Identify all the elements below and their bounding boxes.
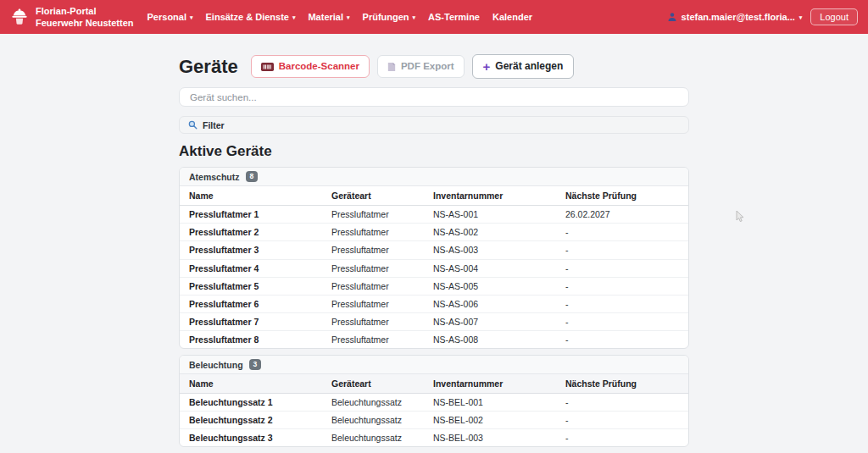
table-row[interactable]: Pressluftatmer 8PressluftatmerNS-AS-008- (180, 330, 688, 348)
cell-name: Beleuchtungssatz 2 (180, 412, 322, 429)
cell-name: Pressluftatmer 1 (180, 206, 322, 224)
caret-down-icon: ▾ (799, 14, 803, 21)
cell-geraeteart: Pressluftatmer (322, 241, 424, 259)
user-email: stefan.maier@test.floria... (682, 12, 795, 22)
cell-name: Pressluftatmer 2 (180, 224, 322, 241)
filter-label: Filter (203, 120, 225, 130)
cell-geraeteart: Pressluftatmer (322, 259, 424, 277)
table-header-row: NameGeräteartInventarnummerNächste Prüfu… (180, 186, 688, 206)
cell-inventarnummer: NS-BEL-001 (424, 394, 556, 412)
logout-button[interactable]: Logout (810, 8, 858, 25)
filter-toggle[interactable]: Filter (179, 116, 689, 134)
cell-inventarnummer: NS-AS-004 (424, 259, 556, 277)
table-row[interactable]: Beleuchtungssatz 1BeleuchtungssatzNS-BEL… (180, 394, 688, 412)
cell-geraeteart: Beleuchtungssatz (322, 412, 424, 429)
cell-geraeteart: Pressluftatmer (322, 206, 424, 224)
column-header: Name (180, 374, 322, 394)
brand-logo-icon (10, 8, 29, 26)
pdf-file-icon (387, 62, 396, 72)
cell-inventarnummer: NS-AS-002 (424, 224, 556, 241)
cell-name: Pressluftatmer 7 (180, 312, 322, 330)
group-count-badge: 3 (249, 359, 262, 370)
column-header: Geräteart (322, 374, 424, 394)
cell-naechste-pruefung: - (556, 429, 688, 447)
table-body: Pressluftatmer 1PressluftatmerNS-AS-0012… (180, 206, 688, 348)
cell-name: Beleuchtungssatz 1 (180, 394, 322, 412)
nav-item-label: Material (308, 12, 343, 22)
table-row[interactable]: Pressluftatmer 3PressluftatmerNS-AS-003- (180, 241, 688, 259)
nav-item[interactable]: Kalender (492, 12, 532, 22)
nav-item-label: Prüfungen (363, 12, 409, 22)
nav-item[interactable]: Material ▾ (308, 12, 349, 22)
cell-naechste-pruefung: 26.02.2027 (556, 206, 688, 224)
cell-geraeteart: Beleuchtungssatz (322, 394, 424, 412)
device-table: NameGeräteartInventarnummerNächste Prüfu… (180, 186, 688, 348)
device-group-card: Atemschutz 8 NameGeräteartInventarnummer… (179, 167, 689, 349)
cell-naechste-pruefung: - (556, 241, 688, 259)
barcode-icon (261, 63, 274, 71)
navbar-right: stefan.maier@test.floria... ▾ Logout (667, 8, 858, 25)
pdf-export-button[interactable]: PDF Export (377, 55, 465, 77)
group-header[interactable]: Atemschutz 8 (180, 168, 688, 186)
cell-geraeteart: Pressluftatmer (322, 224, 424, 241)
cell-inventarnummer: NS-BEL-002 (424, 412, 556, 429)
table-row[interactable]: Pressluftatmer 7PressluftatmerNS-AS-007- (180, 312, 688, 330)
column-header: Geräteart (322, 186, 424, 206)
table-row[interactable]: Pressluftatmer 5PressluftatmerNS-AS-005- (180, 277, 688, 295)
table-row[interactable]: Beleuchtungssatz 3BeleuchtungssatzNS-BEL… (180, 429, 688, 447)
cell-inventarnummer: NS-BEL-003 (424, 429, 556, 447)
table-row[interactable]: Pressluftatmer 4PressluftatmerNS-AS-004- (180, 259, 688, 277)
cell-naechste-pruefung: - (556, 312, 688, 330)
table-row[interactable]: Pressluftatmer 6PressluftatmerNS-AS-006- (180, 295, 688, 312)
cell-naechste-pruefung: - (556, 394, 688, 412)
brand-link[interactable]: Florian-Portal Feuerwehr Neustetten (10, 5, 134, 30)
brand-line2: Feuerwehr Neustetten (36, 17, 134, 29)
nav-item-label: Kalender (492, 12, 532, 22)
table-row[interactable]: Pressluftatmer 1PressluftatmerNS-AS-0012… (180, 206, 688, 224)
group-header[interactable]: Beleuchtung 3 (180, 356, 688, 374)
title-row: Geräte Barcode-Scanner (179, 54, 689, 79)
cell-geraeteart: Pressluftatmer (322, 312, 424, 330)
search-input[interactable] (179, 87, 689, 107)
cell-naechste-pruefung: - (556, 412, 688, 429)
cell-name: Pressluftatmer 3 (180, 241, 322, 259)
user-menu[interactable]: stefan.maier@test.floria... ▾ (667, 12, 803, 22)
column-header: Inventarnummer (424, 374, 556, 394)
caret-down-icon: ▾ (190, 14, 193, 21)
cell-geraeteart: Pressluftatmer (322, 277, 424, 295)
cell-inventarnummer: NS-AS-007 (424, 312, 556, 330)
nav-item[interactable]: Personal ▾ (147, 12, 193, 22)
navbar: Florian-Portal Feuerwehr Neustetten Pers… (0, 0, 868, 34)
main-content: Geräte Barcode-Scanner (179, 34, 689, 453)
groups: Atemschutz 8 NameGeräteartInventarnummer… (179, 167, 689, 453)
caret-down-icon: ▾ (292, 14, 296, 21)
barcode-scanner-button[interactable]: Barcode-Scanner (251, 55, 370, 77)
cell-inventarnummer: NS-AS-005 (424, 277, 556, 295)
create-device-label: Gerät anlegen (495, 60, 563, 73)
cell-geraeteart: Pressluftatmer (322, 330, 424, 348)
cell-naechste-pruefung: - (556, 259, 688, 277)
cell-naechste-pruefung: - (556, 330, 688, 348)
create-device-button[interactable]: + Gerät anlegen (472, 54, 575, 79)
table-header-row: NameGeräteartInventarnummerNächste Prüfu… (180, 374, 688, 394)
page-title: Geräte (179, 56, 238, 78)
device-group-card: Beleuchtung 3 NameGeräteartInventarnumme… (179, 355, 689, 448)
table-row[interactable]: Beleuchtungssatz 2BeleuchtungssatzNS-BEL… (180, 412, 688, 429)
caret-down-icon: ▾ (413, 14, 416, 21)
cell-name: Pressluftatmer 5 (180, 277, 322, 295)
cell-inventarnummer: NS-AS-006 (424, 295, 556, 312)
nav-item[interactable]: AS-Termine (428, 12, 480, 22)
nav-item[interactable]: Einsätze & Dienste ▾ (206, 12, 296, 22)
table-body: Beleuchtungssatz 1BeleuchtungssatzNS-BEL… (180, 394, 688, 447)
nav-item[interactable]: Prüfungen ▾ (363, 12, 416, 22)
cell-name: Pressluftatmer 4 (180, 259, 322, 277)
cell-geraeteart: Beleuchtungssatz (322, 429, 424, 447)
nav-item-label: Einsätze & Dienste (206, 12, 289, 22)
barcode-scanner-label: Barcode-Scanner (279, 60, 359, 72)
cell-inventarnummer: NS-AS-008 (424, 330, 556, 348)
group-count-badge: 8 (246, 171, 259, 182)
nav-items: Personal ▾ Einsätze & Dienste ▾ Material… (147, 12, 667, 22)
table-row[interactable]: Pressluftatmer 2PressluftatmerNS-AS-002- (180, 224, 688, 241)
device-table: NameGeräteartInventarnummerNächste Prüfu… (180, 374, 688, 446)
group-title: Beleuchtung (189, 360, 243, 370)
